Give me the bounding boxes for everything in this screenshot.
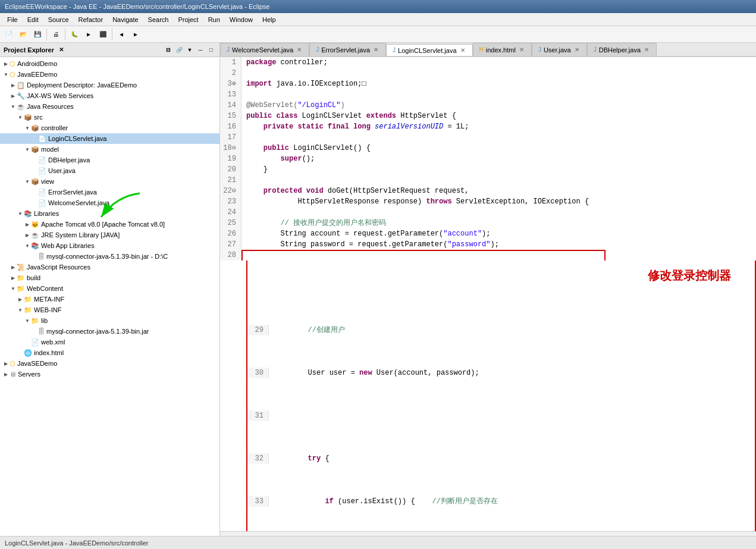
tab-dbhelper[interactable]: J DBHelper.java ✕ (587, 43, 657, 56)
tree-item-src[interactable]: ▼ 📦 src (0, 112, 219, 123)
code-line-2: 2 (220, 68, 756, 79)
tree-item-tomcat[interactable]: ▶ 🐱 Apache Tomcat v8.0 [Apache Tomcat v8… (0, 219, 219, 230)
menu-file[interactable]: File (2, 15, 23, 24)
webxml-icon: 📄 (31, 338, 39, 346)
explorer-menu-btn[interactable]: ▼ (185, 45, 195, 55)
servers-icon: 🖥 (10, 371, 16, 378)
tree-item-indexhtml[interactable]: 🌐 index.html (0, 347, 219, 358)
separator-3 (112, 29, 112, 40)
toolbar-open[interactable]: 📂 (17, 28, 30, 41)
tree-item-androiddemo[interactable]: ▶ ⬡ AndroidDemo (0, 58, 219, 69)
tree-item-lib[interactable]: ▼ 📁 lib (0, 315, 219, 326)
tree-item-webinf[interactable]: ▼ 📁 WEB-INF (0, 305, 219, 315)
tomcat-icon: 🐱 (31, 221, 39, 228)
horizontal-scrollbar[interactable] (220, 531, 756, 536)
code-line-30: 30 User user = new User(account, passwor… (247, 368, 755, 378)
title-bar: EclipseEEWorkspace - Java EE - JavaEEDem… (0, 0, 756, 13)
code-line-3: 3⊕ import java.io.IOException;□ (220, 79, 756, 89)
toolbar-run[interactable]: ▶ (82, 28, 95, 41)
javaeedemo-icon: ⬡ (10, 71, 15, 79)
tab-welcomeservlet[interactable]: J WelcomeServlet.java ✕ (220, 43, 309, 56)
tab-user[interactable]: J User.java ✕ (532, 43, 587, 56)
tree-item-javaresources[interactable]: ▼ ☕ Java Resources (0, 101, 219, 112)
code-line-33: 33 if (user.isExist()) { //判断用户是否存在 (247, 496, 755, 507)
code-line-23: 23 HttpServletResponse response) throws … (220, 196, 756, 207)
toolbar-back[interactable]: ◀ (115, 28, 128, 41)
tree-item-user[interactable]: 📄 User.java (0, 165, 219, 176)
menu-navigate[interactable]: Navigate (108, 15, 143, 24)
menu-run[interactable]: Run (203, 15, 225, 24)
toolbar-forward[interactable]: ▶ (129, 28, 142, 41)
tree-item-mysql1[interactable]: 🗄 mysql-connector-java-5.1.39-bin.jar - … (0, 251, 219, 262)
tree-item-jsresources[interactable]: ▶ 📜 JavaScript Resources (0, 262, 219, 272)
tree-item-welcomeservlet[interactable]: 📄 WelcomeServlet.java (0, 197, 219, 208)
menu-help[interactable]: Help (258, 15, 281, 24)
menu-source[interactable]: Source (43, 15, 74, 24)
toolbar-stop[interactable]: ⬛ (96, 28, 109, 41)
jaxws-icon: 🔧 (17, 92, 25, 100)
tab-errorservlet[interactable]: J ErrorServlet.java ✕ (309, 43, 386, 56)
toolbar-debug[interactable]: 🐛 (68, 28, 81, 41)
minimize-btn[interactable]: ─ (196, 45, 205, 55)
tab-close-logincl[interactable]: ✕ (459, 47, 466, 54)
webcontent-icon: 📁 (17, 285, 25, 293)
tab-close-welcome[interactable]: ✕ (296, 46, 303, 53)
controller-icon: 📦 (31, 124, 39, 132)
menu-edit[interactable]: Edit (23, 15, 43, 24)
code-line-27: 27 String password = request.getParamete… (220, 239, 756, 250)
tab-close-index[interactable]: ✕ (518, 46, 525, 53)
tree-item-mysql2[interactable]: 🗄 mysql-connector-java-5.1.39-bin.jar (0, 326, 219, 337)
code-line-13: 13 (220, 89, 756, 100)
tree-item-deployment[interactable]: ▶ 📋 Deployment Descriptor: JavaEEDemo (0, 80, 219, 90)
tree-item-servers[interactable]: ▶ 🖥 Servers (0, 369, 219, 379)
tree-item-jre[interactable]: ▶ ☕ JRE System Library [JAVA] (0, 230, 219, 240)
annotation-text: 修改登录控制器 (648, 270, 731, 281)
editor-area: J WelcomeServlet.java ✕ J ErrorServlet.j… (220, 43, 756, 536)
tree-item-dbhelper[interactable]: 📄 DBHelper.java (0, 155, 219, 165)
view-icon: 📦 (31, 178, 39, 186)
project-explorer: Project Explorer ✕ ⊟ 🔗 ▼ ─ □ (0, 43, 220, 536)
tree-item-controller[interactable]: ▼ 📦 controller (0, 123, 219, 133)
toolbar-print[interactable]: 🖨 (49, 28, 62, 41)
mysql2-icon: 🗄 (38, 328, 45, 335)
code-content[interactable]: .code-line { display: flex; min-height: … (220, 57, 756, 531)
menu-window[interactable]: Window (225, 15, 258, 24)
code-line-31: 31 (247, 410, 755, 421)
tree-item-libraries[interactable]: ▼ 📚 Libraries (0, 208, 219, 219)
tree-item-errorservlet[interactable]: 📄 ErrorServlet.java (0, 187, 219, 197)
menu-search[interactable]: Search (143, 15, 174, 24)
code-line-28: 28 (220, 250, 756, 261)
tree-item-view[interactable]: ▼ 📦 view (0, 176, 219, 187)
tab-logincl[interactable]: J LoginCLServlet.java ✕ (386, 44, 472, 57)
tree-item-logincl[interactable]: 📄 LoginCLServlet.java (0, 133, 219, 144)
tree-item-jaxws[interactable]: ▶ 🔧 JAX-WS Web Services (0, 90, 219, 101)
maximize-btn[interactable]: □ (206, 45, 216, 55)
explorer-toolbar: ⊟ 🔗 ▼ ─ □ (164, 45, 216, 55)
separator-2 (65, 29, 65, 40)
code-line-14: 14 @WebServlet("/LoginCL") (220, 100, 756, 111)
tree-item-metainf[interactable]: ▶ 📁 META-INF (0, 294, 219, 305)
tab-close-user[interactable]: ✕ (573, 46, 581, 53)
libraries-icon: 📚 (24, 210, 32, 218)
code-line-25: 25 // 接收用户提交的用户名和密码 (220, 218, 756, 228)
code-editor[interactable]: .code-line { display: flex; min-height: … (220, 57, 756, 531)
toolbar-new[interactable]: 📄 (2, 28, 15, 41)
tab-close-error[interactable]: ✕ (372, 46, 379, 53)
tree-item-webapplibs[interactable]: ▼ 📚 Web App Libraries (0, 240, 219, 251)
tree-item-build[interactable]: ▶ 📁 build (0, 272, 219, 283)
tab-indexhtml[interactable]: H index.html ✕ (473, 43, 532, 56)
menu-project[interactable]: Project (173, 15, 203, 24)
status-bar: LoginCLServlet.java - JavaEEDemo/src/con… (0, 536, 756, 549)
collapse-all-btn[interactable]: ⊟ (164, 45, 173, 55)
link-editor-btn[interactable]: 🔗 (174, 45, 184, 55)
tree-item-webcontent[interactable]: ▼ 📁 WebContent (0, 283, 219, 294)
tree-item-javaeedemo[interactable]: ▼ ⬡ JavaEEDemo (0, 69, 219, 80)
tree-item-webxml[interactable]: 📄 web.xml (0, 337, 219, 347)
explorer-close-icon[interactable]: ✕ (59, 46, 64, 53)
tree-item-model[interactable]: ▼ 📦 model (0, 144, 219, 155)
toolbar-save[interactable]: 💾 (31, 28, 44, 41)
tab-close-dbhelper[interactable]: ✕ (643, 46, 650, 53)
code-line-29: 29 //创建用户 (247, 325, 755, 335)
menu-refactor[interactable]: Refactor (74, 15, 108, 24)
tree-item-javasedemo[interactable]: ▶ ⬡ JavaSEDemo (0, 358, 219, 369)
